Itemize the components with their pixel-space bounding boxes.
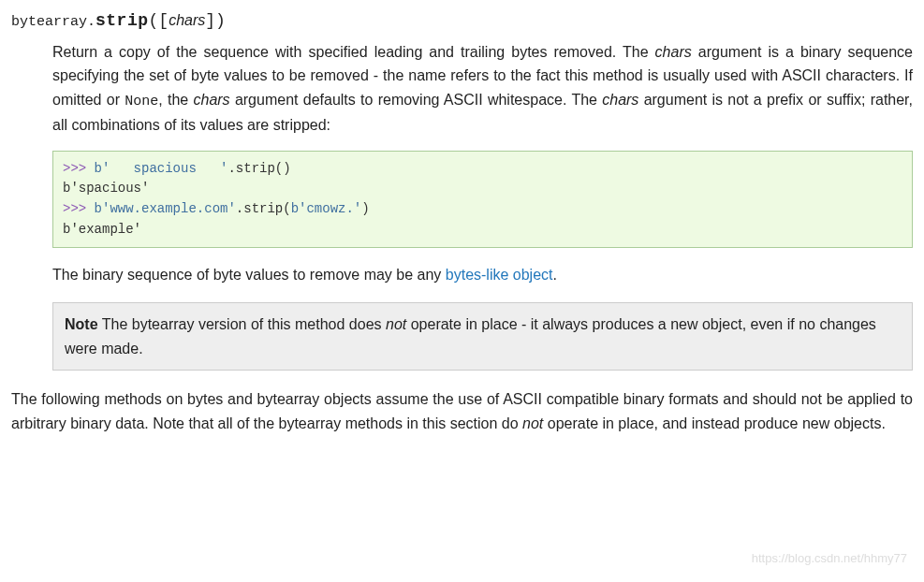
post-code-paragraph: The binary sequence of byte values to re… xyxy=(52,263,913,287)
desc-text: , the xyxy=(158,92,193,108)
doc-body: Return a copy of the sequence with speci… xyxy=(52,40,913,371)
paren-open: ( xyxy=(149,11,159,30)
desc-chars-1: chars xyxy=(655,44,692,60)
bracket-open: [ xyxy=(158,11,169,30)
description-paragraph: Return a copy of the sequence with speci… xyxy=(52,40,913,138)
note-label: Note xyxy=(65,316,98,332)
code-output: b'example' xyxy=(63,222,141,237)
bytes-like-object-link[interactable]: bytes-like object xyxy=(446,267,553,283)
code-string: b' spacious ' xyxy=(95,161,228,176)
code-call: .strip( xyxy=(236,201,291,216)
method-name: strip xyxy=(95,11,149,30)
outro-paragraph: The following methods on bytes and bytea… xyxy=(11,387,913,435)
desc-text: Return a copy of the sequence with speci… xyxy=(52,44,655,60)
outro-text: operate in place, and instead produce ne… xyxy=(543,415,886,431)
note-box: Note The bytearray version of this metho… xyxy=(52,302,913,371)
desc-text: argument defaults to removing ASCII whit… xyxy=(230,92,603,108)
desc-chars-3: chars xyxy=(602,92,638,108)
code-example: >>> b' spacious '.strip() b'spacious' >>… xyxy=(52,151,913,249)
code-call: .strip() xyxy=(227,161,290,176)
code-string: b'www.example.com' xyxy=(95,201,236,216)
code-output: b'spacious' xyxy=(63,181,149,196)
paren-close: ) xyxy=(215,11,226,30)
post-code-text: The binary sequence of byte values to re… xyxy=(52,267,446,283)
code-prompt: >>> xyxy=(63,161,95,176)
code-call: ) xyxy=(361,201,369,216)
bracket-close: ] xyxy=(205,11,215,30)
outro-not: not xyxy=(522,415,543,431)
code-string: b'cmowz.' xyxy=(291,201,362,216)
code-prompt: >>> xyxy=(63,201,95,216)
post-code-text: . xyxy=(553,267,557,283)
note-text: The bytearray version of this method doe… xyxy=(98,316,386,332)
desc-chars-2: chars xyxy=(193,92,229,108)
none-literal: None xyxy=(125,94,158,109)
method-signature: bytearray.strip([chars]) xyxy=(11,7,913,35)
param-chars: chars xyxy=(169,12,205,28)
class-prefix: bytearray. xyxy=(11,14,95,30)
note-not: not xyxy=(386,316,406,332)
